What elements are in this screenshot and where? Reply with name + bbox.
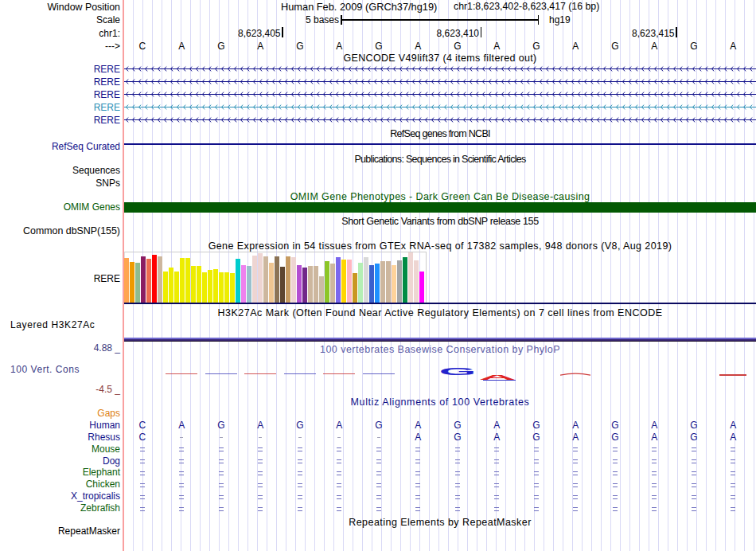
svg-text:G: G	[440, 368, 476, 376]
